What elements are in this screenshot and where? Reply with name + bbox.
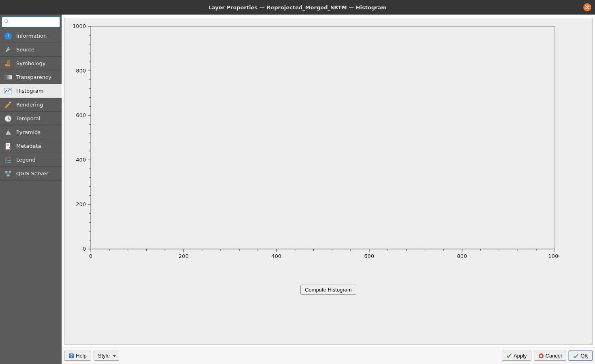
sidebar-item-label: Pyramids xyxy=(16,129,41,135)
sidebar-item-source[interactable]: Source xyxy=(0,43,62,57)
svg-text:400: 400 xyxy=(272,253,282,259)
svg-point-17 xyxy=(9,147,10,148)
cancel-label: Cancel xyxy=(546,353,562,359)
help-icon: ? xyxy=(68,353,74,359)
clock-icon xyxy=(4,115,12,123)
help-label: Help xyxy=(76,353,87,359)
sidebar-item-label: Transparency xyxy=(16,74,51,80)
compute-wrap: Compute Histogram xyxy=(64,265,592,295)
server-icon xyxy=(4,170,12,178)
svg-line-1 xyxy=(7,22,9,23)
sidebar-item-label: Legend xyxy=(16,157,36,163)
cancel-icon xyxy=(538,353,544,359)
sidebar-item-label: Histogram xyxy=(16,88,43,94)
transparency-icon xyxy=(4,73,12,81)
svg-text:800: 800 xyxy=(76,68,86,74)
ok-label: OK xyxy=(580,353,588,359)
svg-text:1000: 1000 xyxy=(73,23,86,29)
sidebar-item-temporal[interactable]: Temporal xyxy=(0,112,62,126)
search-icon xyxy=(4,19,9,24)
close-button[interactable] xyxy=(583,3,591,11)
svg-text:600: 600 xyxy=(76,112,86,118)
brush-icon xyxy=(4,101,12,109)
help-button[interactable]: ? Help xyxy=(64,351,91,361)
ok-button[interactable]: OK xyxy=(569,351,593,361)
style-button[interactable]: Style xyxy=(94,351,119,361)
sidebar-item-qgis-server[interactable]: QGIS Server xyxy=(0,167,62,181)
sidebar-item-label: Source xyxy=(16,47,34,53)
svg-rect-24 xyxy=(5,171,8,173)
info-icon: i xyxy=(4,32,12,40)
svg-rect-18 xyxy=(5,157,6,159)
button-bar: ? Help Style Apply Cancel xyxy=(62,347,595,364)
titlebar: Layer Properties — Reprojected_Merged_SR… xyxy=(0,0,595,15)
sidebar-item-label: Rendering xyxy=(16,102,43,108)
body: i Information Source Symbology Transpare… xyxy=(0,15,595,364)
svg-text:i: i xyxy=(7,33,9,39)
paint-icon xyxy=(4,60,12,68)
search-wrap xyxy=(0,15,62,29)
legend-icon xyxy=(4,156,12,164)
svg-text:?: ? xyxy=(70,353,73,358)
histogram-panel: 0200400600800100002004006008001000 Compu… xyxy=(64,18,593,345)
svg-rect-19 xyxy=(5,160,6,161)
svg-text:800: 800 xyxy=(457,253,467,259)
svg-rect-5 xyxy=(7,60,9,65)
window-title: Layer Properties — Reprojected_Merged_SR… xyxy=(208,4,387,11)
pyramids-icon xyxy=(4,128,12,136)
svg-text:400: 400 xyxy=(76,157,86,163)
sidebar: i Information Source Symbology Transpare… xyxy=(0,15,62,364)
compute-histogram-button[interactable]: Compute Histogram xyxy=(300,285,356,295)
sidebar-item-pyramids[interactable]: Pyramids xyxy=(0,126,62,139)
sidebar-item-metadata[interactable]: Metadata xyxy=(0,139,62,153)
histogram-chart: 0200400600800100002004006008001000 xyxy=(64,18,592,265)
svg-text:0: 0 xyxy=(89,253,92,259)
sidebar-item-label: Symbology xyxy=(16,60,45,66)
svg-text:0: 0 xyxy=(83,246,86,252)
svg-text:1000: 1000 xyxy=(548,253,559,259)
sidebar-item-label: Temporal xyxy=(16,115,41,121)
svg-rect-25 xyxy=(9,171,11,173)
svg-text:600: 600 xyxy=(364,253,375,259)
sidebar-item-legend[interactable]: Legend xyxy=(0,153,62,167)
ok-icon xyxy=(573,353,579,359)
svg-rect-8 xyxy=(4,75,12,79)
cancel-button[interactable]: Cancel xyxy=(534,351,566,361)
histogram-icon xyxy=(4,87,12,95)
sidebar-item-transparency[interactable]: Transparency xyxy=(0,70,62,84)
svg-text:200: 200 xyxy=(179,253,189,259)
svg-point-0 xyxy=(5,20,8,23)
search-input[interactable] xyxy=(2,17,60,27)
sidebar-item-label: QGIS Server xyxy=(16,170,48,177)
check-icon xyxy=(506,353,512,359)
svg-rect-16 xyxy=(6,143,10,149)
svg-rect-26 xyxy=(6,175,10,177)
doc-icon xyxy=(4,142,12,150)
sidebar-item-rendering[interactable]: Rendering xyxy=(0,98,62,112)
wrench-icon xyxy=(4,46,12,54)
main-panel: 0200400600800100002004006008001000 Compu… xyxy=(62,15,595,364)
sidebar-item-histogram[interactable]: Histogram xyxy=(0,84,62,98)
apply-button[interactable]: Apply xyxy=(502,351,531,361)
sidebar-item-label: Information xyxy=(16,33,47,39)
style-label: Style xyxy=(98,353,110,359)
compute-histogram-label: Compute Histogram xyxy=(305,287,352,293)
apply-label: Apply xyxy=(514,353,527,359)
svg-rect-10 xyxy=(9,101,11,104)
svg-text:200: 200 xyxy=(76,201,86,207)
svg-rect-6 xyxy=(9,60,10,65)
sidebar-item-label: Metadata xyxy=(16,143,41,149)
sidebar-item-information[interactable]: i Information xyxy=(0,29,62,43)
close-icon xyxy=(585,5,589,9)
svg-rect-20 xyxy=(5,162,6,163)
svg-rect-99 xyxy=(573,357,576,358)
sidebar-item-symbology[interactable]: Symbology xyxy=(0,57,62,70)
